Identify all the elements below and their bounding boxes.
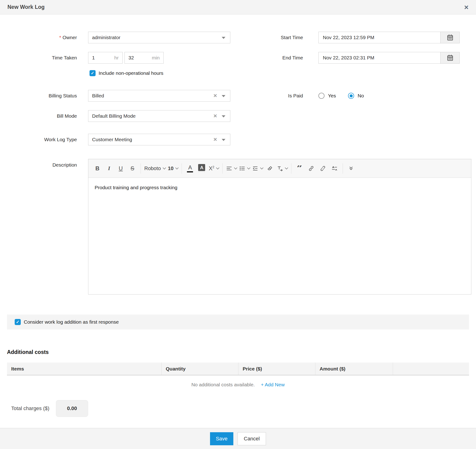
bill-mode-label: Bill Mode xyxy=(0,113,77,119)
highlight-color-icon[interactable]: A xyxy=(197,163,206,174)
start-time-label: Start Time xyxy=(230,35,318,40)
hours-input[interactable]: 1 hr xyxy=(88,52,123,64)
italic-icon[interactable]: I xyxy=(104,163,114,174)
line-spacing-icon[interactable] xyxy=(330,163,339,174)
minutes-unit: min xyxy=(152,55,160,61)
is-paid-yes-label: Yes xyxy=(328,93,336,99)
start-time-value: Nov 22, 2023 12:59 PM xyxy=(319,32,440,43)
work-log-type-label: Work Log Type xyxy=(0,137,77,142)
clear-icon[interactable]: × xyxy=(214,92,217,99)
align-icon[interactable] xyxy=(226,163,237,174)
column-header-amount: Amount ($) xyxy=(315,363,393,375)
chevron-down-icon xyxy=(234,166,237,169)
calendar-icon xyxy=(446,34,454,41)
dialog-header: New Work Log × xyxy=(0,0,476,14)
description-editor: B I U S Roboto 10 A A xyxy=(88,159,471,295)
font-size-select[interactable]: 10 xyxy=(168,163,178,174)
column-header-blank xyxy=(393,363,469,375)
billing-status-label: Billing Status xyxy=(0,93,77,99)
link-icon[interactable] xyxy=(306,163,316,174)
text-direction-icon[interactable] xyxy=(277,163,288,174)
dialog-footer: Save Cancel xyxy=(0,428,476,449)
font-family-value: Roboto xyxy=(144,165,161,172)
total-charges-label: Total charges ($) xyxy=(11,405,49,411)
row-bill-mode: Bill Mode Default Billing Mode × xyxy=(0,110,476,122)
column-header-quantity: Quantity xyxy=(162,363,238,375)
billing-status-select[interactable]: Billed × xyxy=(88,90,230,101)
hours-value: 1 xyxy=(92,55,95,61)
cancel-button[interactable]: Cancel xyxy=(238,432,266,445)
outdent-icon[interactable] xyxy=(252,163,263,174)
calendar-icon xyxy=(446,54,454,62)
row-billing-ispaid: Billing Status Billed × Is Paid Yes No xyxy=(0,90,476,101)
close-icon[interactable]: × xyxy=(464,4,469,11)
table-header-row: Items Quantity Price ($) Amount ($) xyxy=(7,363,469,375)
new-work-log-dialog: New Work Log × *Owner administrator Star… xyxy=(0,0,476,449)
additional-costs-table: Items Quantity Price ($) Amount ($) No a… xyxy=(7,363,469,394)
superscript-icon[interactable]: X2 xyxy=(209,163,219,174)
strikethrough-icon[interactable]: S xyxy=(128,163,137,174)
font-color-icon[interactable]: A xyxy=(185,163,195,174)
start-time-input[interactable]: Nov 22, 2023 12:59 PM xyxy=(318,32,460,43)
bill-mode-select[interactable]: Default Billing Mode × xyxy=(88,110,230,122)
owner-value: administrator xyxy=(92,35,120,40)
work-log-type-select[interactable]: Customer Meeting × xyxy=(88,134,230,145)
chevron-down-icon xyxy=(222,115,225,118)
column-header-price: Price ($) xyxy=(238,363,315,375)
include-non-operational-checkbox[interactable]: ✓ xyxy=(90,70,96,76)
first-response-checkbox[interactable]: ✓ xyxy=(15,319,21,325)
additional-costs-title: Additional costs xyxy=(7,349,469,355)
row-work-log-type: Work Log Type Customer Meeting × xyxy=(0,134,476,145)
editor-toolbar: B I U S Roboto 10 A A xyxy=(88,159,471,178)
unlink-icon[interactable] xyxy=(318,163,328,174)
total-charges-value: 0.00 xyxy=(56,400,88,417)
required-asterisk: * xyxy=(59,35,61,40)
total-charges-row: Total charges ($) 0.00 xyxy=(0,400,476,417)
column-header-items: Items xyxy=(7,363,162,375)
clear-icon[interactable]: × xyxy=(214,113,217,119)
first-response-label: Consider work log addition as first resp… xyxy=(24,319,119,325)
is-paid-no-radio[interactable] xyxy=(348,93,354,99)
chevron-down-icon xyxy=(222,95,225,97)
check-icon: ✓ xyxy=(91,71,94,76)
minutes-input[interactable]: 32 min xyxy=(125,52,164,64)
owner-select[interactable]: administrator xyxy=(88,32,230,43)
empty-text: No additional costs available. xyxy=(191,382,255,387)
is-paid-yes-radio[interactable] xyxy=(318,93,324,99)
description-textarea[interactable]: Product training and progress tracking xyxy=(88,178,471,294)
description-label: Description xyxy=(0,159,77,168)
include-non-operational-label: Include non-operational hours xyxy=(99,70,163,76)
first-response-strip: ✓ Consider work log addition as first re… xyxy=(7,314,469,330)
start-time-calendar-button[interactable] xyxy=(440,32,459,43)
chevron-down-icon xyxy=(247,166,250,169)
chevron-down-icon xyxy=(163,166,166,169)
clear-icon[interactable]: × xyxy=(214,136,217,142)
bill-mode-value: Default Billing Mode xyxy=(92,113,136,119)
font-size-value: 10 xyxy=(168,165,173,172)
work-log-type-value: Customer Meeting xyxy=(92,137,132,142)
eraser-icon[interactable] xyxy=(265,163,275,174)
chevron-down-icon xyxy=(285,166,288,169)
underline-icon[interactable]: U xyxy=(116,163,125,174)
billing-status-value: Billed xyxy=(92,93,104,99)
end-time-input[interactable]: Nov 22, 2023 02:31 PM xyxy=(318,52,460,64)
end-time-calendar-button[interactable] xyxy=(440,52,459,63)
font-family-select[interactable]: Roboto xyxy=(144,163,165,174)
check-icon: ✓ xyxy=(16,320,19,325)
end-time-label: End Time xyxy=(230,55,318,61)
add-new-link[interactable]: + Add New xyxy=(261,382,285,387)
bullet-list-icon[interactable] xyxy=(239,163,250,174)
more-options-icon[interactable] xyxy=(346,163,356,174)
description-text: Product training and progress tracking xyxy=(95,185,177,190)
is-paid-no-label: No xyxy=(357,93,364,99)
save-button[interactable]: Save xyxy=(210,432,233,445)
bold-icon[interactable]: B xyxy=(93,163,102,174)
chevron-down-icon xyxy=(222,37,225,39)
time-taken-label: Time Taken xyxy=(0,55,77,61)
row-timetaken-end: Time Taken 1 hr 32 min End Time Nov 22, … xyxy=(0,52,476,64)
row-owner-start: *Owner administrator Start Time Nov 22, … xyxy=(0,32,476,43)
blockquote-icon[interactable]: ” xyxy=(295,165,304,172)
owner-label: *Owner xyxy=(0,35,77,40)
row-description: Description B I U S Roboto 10 A xyxy=(0,159,476,295)
end-time-value: Nov 22, 2023 02:31 PM xyxy=(319,52,440,63)
